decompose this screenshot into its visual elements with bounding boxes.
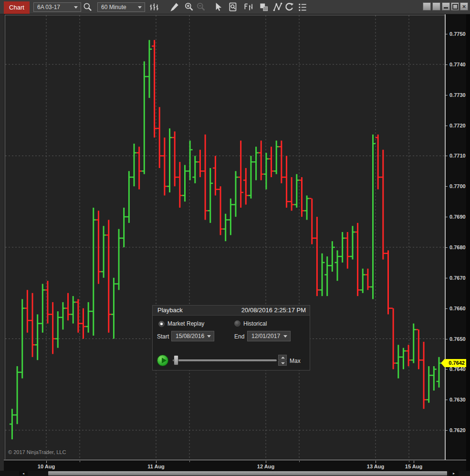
price-axis-label: 0.7740 xyxy=(449,62,466,67)
date-tick xyxy=(266,461,266,463)
price-tick xyxy=(446,34,448,34)
start-date-selector[interactable]: 15/08/2016 xyxy=(171,331,214,341)
chart-style-button[interactable] xyxy=(148,1,160,13)
playback-dialog: Playback 20/08/2016 2:25:17 PM Market Re… xyxy=(152,305,310,370)
date-tick xyxy=(414,461,414,463)
close-button[interactable]: × xyxy=(460,2,468,11)
price-axis-label: 0.7730 xyxy=(449,92,466,98)
zoom-in-icon xyxy=(184,1,195,13)
speed-up-button[interactable] xyxy=(278,355,287,360)
chevron-down-icon xyxy=(74,6,78,9)
restore-icon xyxy=(452,4,458,10)
price-tick xyxy=(446,186,448,187)
start-date-value: 15/08/2016 xyxy=(176,333,204,339)
date-tick xyxy=(156,461,157,463)
end-date-selector[interactable]: 12/01/2017 xyxy=(247,331,291,341)
speed-spinner xyxy=(278,355,287,366)
minimize-button[interactable] xyxy=(442,2,450,11)
price-tick xyxy=(446,369,448,370)
price-tick xyxy=(446,400,448,400)
interval-selector[interactable]: 60 Minute xyxy=(97,2,145,12)
price-tick xyxy=(446,126,448,126)
start-label: Start xyxy=(157,333,169,340)
properties-icon xyxy=(297,1,308,13)
panel-button-1[interactable] xyxy=(423,2,431,11)
window-left-edge xyxy=(0,14,4,471)
chevron-down-icon xyxy=(283,335,287,338)
horizontal-scrollbar: ◂ ▸ xyxy=(0,471,470,476)
price-axis-label: 0.7630 xyxy=(449,397,466,402)
instrument-selector[interactable]: 6A 03-17 xyxy=(33,2,81,12)
price-axis-label: 0.7690 xyxy=(449,214,466,220)
playback-title-bar[interactable]: Playback 20/08/2016 2:25:17 PM xyxy=(153,306,310,316)
chart-window: Chart 6A 03-17 60 Minute xyxy=(0,0,470,476)
properties-button[interactable] xyxy=(297,1,308,13)
price-axis-label: 0.7680 xyxy=(449,244,466,250)
data-box-button[interactable] xyxy=(228,1,239,13)
price-tick xyxy=(446,95,448,95)
trendline-icon xyxy=(272,1,283,13)
price-axis-label: 0.7700 xyxy=(449,183,466,189)
date-minor-tick xyxy=(189,461,190,462)
price-axis-label: 0.7710 xyxy=(449,153,466,159)
date-minor-tick xyxy=(80,461,80,462)
reload-button[interactable] xyxy=(283,1,295,13)
tab-chart[interactable]: Chart xyxy=(4,1,30,14)
date-axis-label: 10 Aug xyxy=(36,464,57,469)
indicators-icon xyxy=(243,1,254,13)
scroll-right-button[interactable]: ▸ xyxy=(449,471,459,476)
price-tick xyxy=(446,247,448,248)
price-axis-label: 0.7750 xyxy=(449,31,466,37)
market-replay-label: Market Replay xyxy=(167,320,204,327)
indicators-button[interactable] xyxy=(243,1,254,13)
play-button[interactable] xyxy=(157,355,168,366)
date-axis-label: 11 Aug xyxy=(146,464,167,469)
close-icon: × xyxy=(460,3,468,10)
restore-button[interactable] xyxy=(451,2,459,11)
price-tick xyxy=(446,430,448,431)
date-minor-tick xyxy=(299,461,300,462)
arrow-down-icon xyxy=(281,362,285,364)
price-tick xyxy=(446,339,448,339)
zoom-out-button[interactable] xyxy=(196,1,207,13)
date-axis-label: 15 Aug xyxy=(403,464,424,469)
chart-style-icon xyxy=(148,1,160,13)
cursor-icon xyxy=(212,1,224,13)
pencil-icon xyxy=(168,1,180,13)
drawing-tools-button[interactable] xyxy=(168,1,180,13)
price-tick xyxy=(446,278,448,278)
end-label: End xyxy=(234,333,244,340)
max-speed-label: Max xyxy=(290,358,301,364)
last-price-marker: 0.7642 xyxy=(441,359,466,367)
historical-radio[interactable] xyxy=(234,320,240,327)
price-axis-label: 0.7670 xyxy=(449,275,466,281)
search-icon xyxy=(82,1,94,13)
market-replay-radio[interactable] xyxy=(158,321,165,327)
date-axis[interactable]: 10 Aug11 Aug12 Aug13 Aug15 Aug xyxy=(4,460,466,471)
speed-slider-track[interactable] xyxy=(173,360,277,361)
chevron-down-icon xyxy=(138,6,142,9)
interval-value: 60 Minute xyxy=(101,4,126,11)
price-axis-label: 0.7720 xyxy=(449,123,466,128)
speed-down-button[interactable] xyxy=(278,360,287,366)
windows-button[interactable] xyxy=(258,1,270,13)
end-date-value: 12/01/2017 xyxy=(251,333,280,339)
date-tick xyxy=(376,461,376,463)
price-axis-label: 0.7620 xyxy=(449,427,466,433)
panel-button-2[interactable] xyxy=(432,2,440,11)
price-tick xyxy=(446,217,448,217)
scroll-left-button[interactable]: ◂ xyxy=(19,471,28,476)
speed-slider-handle[interactable] xyxy=(174,355,178,365)
trendline-button[interactable] xyxy=(272,1,283,13)
minimize-icon xyxy=(444,7,448,9)
copyright-text: © 2017 NinjaTrader, LLC xyxy=(8,449,66,455)
scrollbar-thumb[interactable] xyxy=(48,471,447,476)
cursor-button[interactable] xyxy=(212,1,224,13)
date-axis-label: 12 Aug xyxy=(255,464,276,469)
instrument-search-button[interactable] xyxy=(82,1,94,13)
date-tick xyxy=(46,461,47,463)
reload-icon xyxy=(283,1,295,13)
price-axis[interactable]: 0.77500.77400.77300.77200.77100.77000.76… xyxy=(445,14,466,460)
zoom-in-button[interactable] xyxy=(184,1,195,13)
price-chart-svg[interactable] xyxy=(5,15,445,459)
